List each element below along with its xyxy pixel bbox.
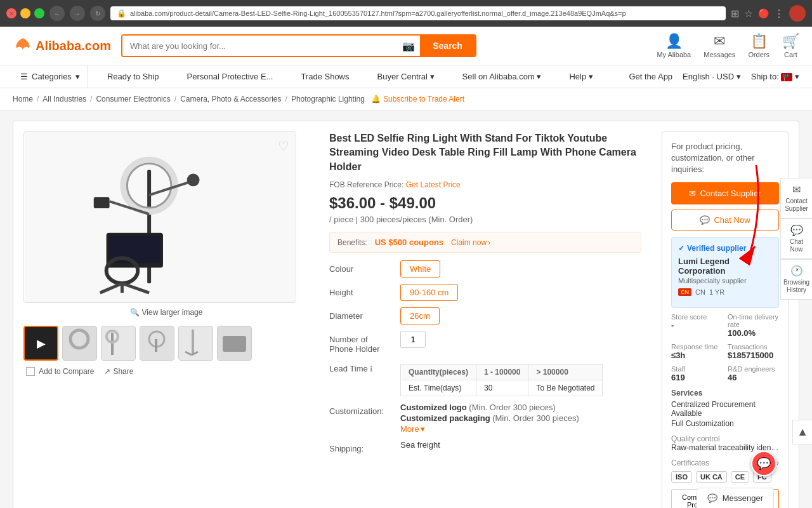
add-to-compare[interactable]: Add to Compare <box>26 367 94 376</box>
nav-buyer-central[interactable]: Buyer Central ▾ <box>369 65 443 88</box>
thumbnail-row: ▶ <box>23 326 309 361</box>
floating-chat-now[interactable]: 💬 Chat Now <box>780 218 812 259</box>
quality-label: Quality control <box>671 434 779 443</box>
logo[interactable]: Alibaba.com <box>13 36 111 56</box>
thumb-4[interactable] <box>178 326 213 361</box>
lead-time-header-row: Quantity(pieces) 1 - 100000 > 100000 <box>401 364 603 380</box>
product-title: Best LED Selfie Ring Light With Stand Fo… <box>329 131 641 174</box>
compare-checkbox[interactable] <box>26 367 35 376</box>
arrow-right-icon-cert[interactable]: › <box>776 458 779 467</box>
address-bar[interactable]: 🔒 alibaba.com/product-detail/Camera-Best… <box>110 6 726 20</box>
breadcrumb-photographic-lighting[interactable]: Photographic Lighting <box>291 95 365 104</box>
height-options: 90-160 cm <box>400 284 458 301</box>
cart-label: Cart <box>784 51 797 58</box>
categories-menu[interactable]: ☰ Categories ▾ <box>13 65 88 88</box>
lead-time-data-row: Est. Time(days) 30 To Be Negotiated <box>401 380 603 396</box>
nav-help[interactable]: Help ▾ <box>560 65 601 88</box>
back-btn[interactable]: ← <box>49 6 65 21</box>
cn-text: CN <box>695 288 705 296</box>
my-alibaba-link[interactable]: 👤 My Alibaba <box>657 33 691 58</box>
product-details: Best LED Selfie Ring Light With Stand Fo… <box>319 131 652 508</box>
services-label: Services <box>671 389 779 398</box>
thumb-5[interactable] <box>217 326 252 361</box>
wishlist-button[interactable]: ♡ <box>278 138 289 154</box>
chat-bubble-icon[interactable]: 💬 <box>751 451 776 476</box>
video-thumb[interactable]: ▶ <box>23 326 58 361</box>
get-latest-price-link[interactable]: Get Latest Price <box>406 180 461 189</box>
translate-btn[interactable]: ⊞ <box>731 8 739 20</box>
star-btn[interactable]: ☆ <box>744 8 753 20</box>
header-actions: 👤 My Alibaba ✉ Messages 📋 Orders 🛒 Cart <box>657 33 799 58</box>
ukca-cert: UK CA <box>696 471 727 483</box>
nav-ready-to-ship[interactable]: Ready to Ship <box>98 65 168 88</box>
sep1: / <box>37 95 39 104</box>
response-time-stat: Response time ≤3h <box>671 343 723 360</box>
diameter-value-btn[interactable]: 26cm <box>400 307 440 324</box>
svg-rect-0 <box>25 132 296 302</box>
cn-flag: CN <box>678 288 691 296</box>
nav-sell[interactable]: Sell on Alibaba.com ▾ <box>454 65 551 88</box>
get-the-app-link[interactable]: Get the App <box>629 72 672 81</box>
floating-browsing-history[interactable]: 🕐 Browsing History <box>780 259 812 300</box>
services-section: Services Centralized Procurement Availab… <box>671 389 779 428</box>
chat-float-icon: 💬 <box>790 224 803 236</box>
svg-point-7 <box>187 174 200 187</box>
close-btn[interactable]: ✕ <box>6 8 16 18</box>
up-arrow-icon: ▲ <box>797 425 808 438</box>
verified-supplier-badge: ✓ Verified supplier Lumi Legend Corporat… <box>671 237 779 308</box>
chat-icon: 💬 <box>700 215 710 225</box>
view-larger-link[interactable]: 🔍 View larger image <box>23 303 309 322</box>
contact-supplier-button[interactable]: ✉ Contact Supplier <box>671 182 779 204</box>
thumb-2[interactable] <box>101 326 136 361</box>
min-order: / piece | 300 pieces/pieces (Min. Order) <box>329 215 641 224</box>
search-button[interactable]: Search <box>420 36 475 56</box>
customization-details: Customized logo (Min. Order 300 pieces) … <box>400 403 579 434</box>
thumb-1[interactable] <box>62 326 97 361</box>
ship-to-selector[interactable]: Ship to: 🏴 ▾ <box>751 72 799 81</box>
floating-contact-supplier[interactable]: ✉ Contact Supplier <box>780 178 812 218</box>
nav-personal-protective[interactable]: Personal Protective E... <box>178 65 282 88</box>
claim-now-link[interactable]: Claim now › <box>451 238 490 247</box>
language-selector[interactable]: English · USD ▾ <box>683 72 741 81</box>
thumb-3[interactable] <box>140 326 174 361</box>
forward-btn[interactable]: → <box>70 6 85 21</box>
breadcrumb-all-industries[interactable]: All Industries <box>43 95 86 104</box>
supplier-stats: Store score - On-time delivery rate 100.… <box>671 313 779 382</box>
breadcrumb-camera-photo[interactable]: Camera, Photo & Accessories <box>180 95 281 104</box>
arrow-right-icon: › <box>488 238 490 247</box>
iso-cert: ISO <box>671 471 692 483</box>
product-main-area: ♡ 🔍 View larger image ▶ <box>13 121 799 508</box>
profile-avatar[interactable] <box>789 5 806 22</box>
extensions-btn[interactable]: 🔴 <box>758 8 769 18</box>
messages-link[interactable]: ✉ Messages <box>704 33 735 58</box>
camera-search-btn[interactable]: 📷 <box>397 36 420 56</box>
height-value-btn[interactable]: 90-160 cm <box>400 284 458 301</box>
colour-white-btn[interactable]: White <box>400 260 440 277</box>
chevron-down-icon-ship: ▾ <box>795 72 799 81</box>
minimize-btn[interactable] <box>20 8 30 18</box>
messenger-bar[interactable]: 💬 Messenger <box>697 488 774 508</box>
chevron-down-icon-lang: ▾ <box>737 72 741 81</box>
delivery-rate-stat: On-time delivery rate 100.0% <box>728 313 779 338</box>
refresh-btn[interactable]: ↻ <box>90 6 105 21</box>
shipping-spec: Shipping: Sea freight <box>329 440 641 453</box>
my-alibaba-label: My Alibaba <box>657 51 691 58</box>
maximize-btn[interactable] <box>34 8 44 18</box>
scroll-to-top-btn[interactable]: ▲ <box>792 420 812 444</box>
custom-packaging: Customized packaging (Min. Order 300 pie… <box>400 413 579 423</box>
more-customization[interactable]: More ▾ <box>400 424 579 434</box>
height-label: Height <box>329 284 393 297</box>
url-text: alibaba.com/product-detail/Camera-Best-L… <box>130 10 626 17</box>
search-input[interactable] <box>122 36 397 56</box>
breadcrumb-home[interactable]: Home <box>13 95 33 104</box>
share-button[interactable]: ↗ Share <box>104 367 133 376</box>
cart-link[interactable]: 🛒 Cart <box>782 33 799 58</box>
breadcrumb-consumer-electronics[interactable]: Consumer Electronics <box>96 95 170 104</box>
chat-now-button[interactable]: 💬 Chat Now <box>671 210 779 231</box>
messenger-label: Messenger <box>723 493 763 503</box>
nav-trade-shows[interactable]: Trade Shows <box>292 65 358 88</box>
subscribe-trade-alert[interactable]: 🔔 Subscribe to Trade Alert <box>371 95 464 104</box>
phone-holder-input[interactable] <box>400 331 426 348</box>
orders-link[interactable]: 📋 Orders <box>748 33 769 58</box>
more-options-btn[interactable]: ⋮ <box>774 8 784 20</box>
